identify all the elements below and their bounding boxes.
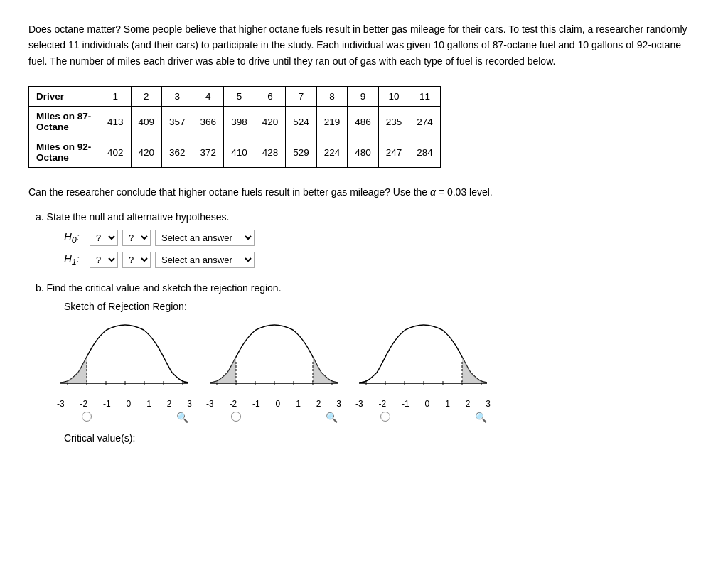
- graph1-radio[interactable]: [82, 412, 92, 424]
- graph1-svg: [57, 319, 192, 397]
- data-table: Driver 1 2 3 4 5 6 7 8 9 10 11 Miles on …: [28, 86, 441, 168]
- graph3-labels: -3 -2 -1 0 1 2 3: [355, 399, 491, 409]
- critical-value-label: Critical value(s):: [64, 432, 700, 444]
- graph1-magnify[interactable]: 🔍: [176, 412, 188, 424]
- row2-label: Miles on 92-Octane: [29, 137, 100, 168]
- row1-label: Miles on 87-Octane: [29, 107, 100, 137]
- graph2-labels: -3 -2 -1 0 1 2 3: [206, 399, 341, 409]
- h1-select-q1[interactable]: ?: [90, 252, 118, 268]
- part-a-label: a. State the null and alternative hypoth…: [36, 211, 700, 223]
- table-header-driver: Driver: [29, 87, 100, 107]
- graphs-container: -3 -2 -1 0 1 2 3 🔍: [57, 319, 700, 424]
- graph1-labels: -3 -2 -1 0 1 2 3: [57, 399, 192, 409]
- question-text: Can the researcher conclude that higher …: [28, 185, 700, 200]
- svg-rect-30: [462, 319, 491, 397]
- h1-label: H1:: [64, 252, 85, 267]
- graph2-magnify[interactable]: 🔍: [326, 412, 338, 424]
- sketch-label: Sketch of Rejection Region:: [64, 301, 700, 312]
- h1-select-answer[interactable]: Select an answer μ_d > 0 μ_d < 0 μ_d = 0…: [155, 252, 255, 268]
- svg-rect-19: [313, 319, 341, 397]
- h1-row: H1: ? ? Select an answer μ_d > 0 μ_d < 0…: [64, 252, 700, 268]
- graph2-icons: 🔍: [206, 412, 341, 424]
- part-b: b. Find the critical value and sketch th…: [28, 282, 700, 444]
- graph1-icons: 🔍: [57, 412, 192, 424]
- svg-rect-8: [57, 319, 87, 397]
- graph2-radio[interactable]: [231, 412, 241, 424]
- h0-select-q1[interactable]: ?: [90, 230, 118, 246]
- intro-text: Does octane matter? Some people believe …: [28, 21, 700, 69]
- h0-row: H0: ? ? Select an answer μ_d > 0 μ_d < 0…: [64, 230, 700, 246]
- h1-select-q2[interactable]: ?: [122, 252, 151, 268]
- part-b-label: b. Find the critical value and sketch th…: [36, 282, 700, 294]
- h0-select-answer[interactable]: Select an answer μ_d > 0 μ_d < 0 μ_d = 0…: [155, 230, 255, 246]
- graph3-wrapper: -3 -2 -1 0 1 2 3 🔍: [355, 319, 491, 424]
- part-a: a. State the null and alternative hypoth…: [28, 211, 700, 268]
- h0-label: H0:: [64, 230, 85, 245]
- h0-select-q2[interactable]: ?: [122, 230, 151, 246]
- graph1-wrapper: -3 -2 -1 0 1 2 3 🔍: [57, 319, 192, 424]
- graph3-radio[interactable]: [380, 412, 390, 424]
- graph3-icons: 🔍: [355, 412, 491, 424]
- graph3-magnify[interactable]: 🔍: [475, 412, 487, 424]
- svg-rect-18: [206, 319, 236, 397]
- graph3-svg: [355, 319, 491, 397]
- graph2-svg: [206, 319, 341, 397]
- graph2-wrapper: -3 -2 -1 0 1 2 3 🔍: [206, 319, 341, 424]
